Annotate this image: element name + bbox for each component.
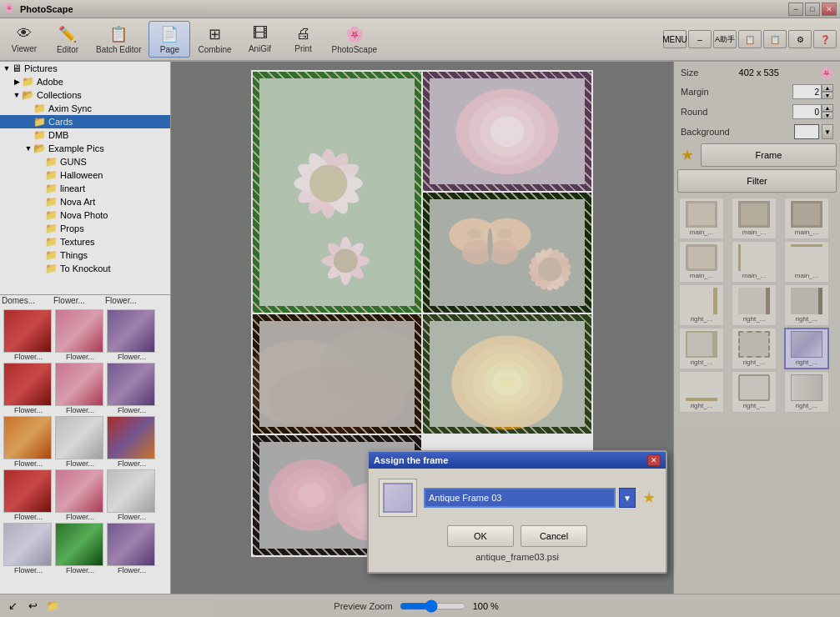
dialog-filename: antique_frame03.psi (379, 552, 656, 562)
dialog-select-row: Antique Frame 03 ▼ (424, 488, 636, 508)
dialog-frame-preview (379, 479, 417, 517)
frame-select[interactable]: Antique Frame 03 (424, 488, 616, 508)
dialog-overlay: Assign the frame ✕ Antique Frame 03 ▼ ★ … (0, 0, 840, 617)
dialog-close-button[interactable]: ✕ (647, 454, 661, 466)
frame-select-dropdown[interactable]: ▼ (619, 488, 636, 508)
dialog-title: Assign the frame (374, 455, 448, 465)
dialog-title-bar: Assign the frame ✕ (369, 452, 666, 469)
dialog-favorite-star[interactable]: ★ (642, 489, 656, 507)
dialog-cancel-button[interactable]: Cancel (521, 525, 587, 547)
dialog-content-row: Antique Frame 03 ▼ ★ (379, 479, 656, 517)
assign-frame-dialog: Assign the frame ✕ Antique Frame 03 ▼ ★ … (367, 450, 667, 574)
dialog-buttons: OK Cancel (379, 525, 656, 547)
dialog-body: Antique Frame 03 ▼ ★ OK Cancel antique_f… (369, 469, 666, 572)
dialog-ok-button[interactable]: OK (447, 525, 514, 547)
